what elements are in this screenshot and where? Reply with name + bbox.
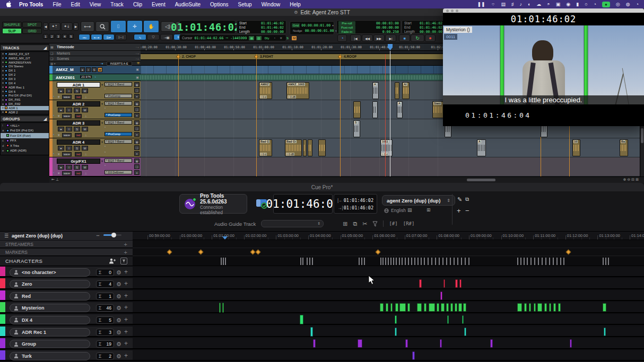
character-name-field[interactable]: <no character> — [10, 268, 90, 277]
character-row[interactable]: MysterionΣ46⚙+ — [0, 302, 133, 313]
character-cue-count[interactable]: Σ1 — [96, 293, 114, 300]
add-cue-icon[interactable]: + — [124, 340, 128, 347]
insert-eq[interactable]: * EQ3 7-Band — [105, 158, 132, 163]
menu-item-clip[interactable]: Clip — [133, 2, 142, 7]
mode-shuffle[interactable]: SHUFFLE — [2, 22, 22, 28]
cue-clip[interactable] — [459, 279, 462, 288]
funnel-icon[interactable] — [372, 221, 378, 227]
zoom-preset-1[interactable]: 1 — [43, 34, 48, 39]
cue-clip[interactable] — [464, 328, 466, 336]
cue-clip[interactable] — [222, 303, 224, 313]
track-name[interactable]: ADR 1 — [57, 82, 100, 87]
track-header-amxz601[interactable]: ◔AMXZ60123.976◔▣ — [49, 74, 141, 81]
character-cue-lane[interactable] — [133, 267, 644, 278]
mode-grid[interactable]: GRID — [22, 28, 42, 34]
track-name[interactable]: AMXZ601 — [56, 75, 75, 80]
sidebar-icon[interactable]: ▤ — [501, 2, 506, 7]
track-list-item[interactable]: DX 6 — [1, 90, 49, 94]
track-add-icon[interactable]: + — [134, 113, 140, 118]
copy-streamer-icon[interactable]: ⧉ — [353, 220, 357, 227]
audio-clip[interactable] — [395, 82, 399, 99]
playlist-selector[interactable]: red — [75, 152, 82, 156]
track-options-icon[interactable]: ▣ — [136, 75, 139, 79]
character-name-field[interactable]: Group — [10, 340, 90, 348]
track-comments-icon[interactable]: ❏ — [134, 126, 140, 131]
video-window[interactable]: 01:01:46:02 Mysterion () 0011 I was a li… — [443, 8, 644, 126]
cue-streamer-diamond[interactable] — [566, 250, 571, 255]
add-cue-icon[interactable]: + — [124, 269, 128, 276]
m-button[interactable]: M — [82, 165, 88, 170]
character-cue-count[interactable]: Σ2 — [96, 352, 114, 360]
character-cue-lane[interactable] — [133, 302, 644, 313]
battery-icon[interactable]: ▮ — [576, 2, 579, 7]
audio-clip[interactable]: AI — [402, 82, 410, 99]
character-cue-count[interactable]: Σ46 — [96, 304, 114, 312]
recue-tag-button[interactable]: [R#] — [403, 221, 415, 226]
track-name[interactable]: ADR 4 — [57, 139, 100, 145]
group-list-item[interactable]: eADR (ADR) — [1, 148, 49, 154]
group-list-item[interactable]: !<ALL> — [1, 123, 49, 128]
streamers-row[interactable]: STREAMERS+ — [0, 241, 133, 248]
track-add-icon[interactable]: + — [134, 151, 140, 156]
menu-item-audiosuite[interactable]: AudioSuite — [175, 2, 201, 7]
edit-pencil-icon[interactable]: ✎ — [457, 196, 462, 203]
s-button[interactable]: S — [92, 67, 97, 72]
streamers-lane[interactable] — [133, 241, 644, 248]
character-row[interactable]: <no character>Σ0⚙+ — [0, 267, 133, 278]
audio-clip[interactable] — [303, 139, 307, 156]
audio-clip[interactable]: S — [353, 120, 360, 137]
cue-clip[interactable] — [537, 303, 542, 312]
add-streamer-icon[interactable]: ⊞ — [343, 220, 347, 227]
zoom-in-button[interactable]: ▸ — [73, 22, 79, 31]
playlist-selector[interactable]: red — [75, 171, 82, 175]
cloud-icon[interactable]: ☁ — [536, 2, 541, 7]
audio-clip[interactable]: Ba — [620, 139, 628, 156]
play-circle-icon[interactable]: ◉ — [566, 2, 570, 7]
i-button[interactable]: I — [66, 127, 72, 131]
grid-label[interactable]: Grid — [292, 23, 300, 28]
rewind-button[interactable]: ◀◀ — [362, 34, 373, 42]
insert-dyn[interactable]: * ProComp — [105, 132, 132, 136]
record-enable-button[interactable]: ● — [58, 146, 64, 151]
add-cue-icon[interactable]: + — [124, 316, 128, 323]
record-enable-button[interactable]: ● — [58, 127, 64, 131]
character-cue-lane[interactable] — [133, 278, 644, 289]
midi-icon[interactable]: ♯ — [511, 2, 514, 7]
filter-icon[interactable] — [120, 258, 127, 264]
zoom-waveform-h-icon[interactable]: ✦⇡ — [49, 22, 60, 31]
audio-clip[interactable]: A — [477, 139, 486, 156]
insert-dyn[interactable]: * D3 DeEsser — [105, 170, 132, 174]
menu-item-help[interactable]: Help — [290, 2, 301, 7]
character-cue-count[interactable]: Σ19 — [96, 340, 114, 348]
insert-eq[interactable]: * EQ3 7-Band — [105, 139, 132, 144]
track-name-chevron-icon[interactable]: ▾ — [101, 83, 103, 86]
keystroke-icon[interactable]: ▣ — [556, 2, 561, 7]
cue-clip[interactable] — [395, 328, 397, 336]
track-name-chevron-icon[interactable]: ▾ — [101, 121, 103, 125]
zoom-waveform-v-icon[interactable]: ✦⇣ — [61, 22, 73, 31]
cue-streamer-diamond[interactable] — [250, 250, 256, 255]
audio-clip[interactable]: Bad Gi↕ 0 dB — [285, 139, 302, 156]
cue-clip[interactable] — [455, 279, 458, 288]
track-list-item[interactable]: ADR 2 — [1, 110, 49, 114]
insert-eq[interactable]: * EQ3 7-Band — [105, 101, 132, 105]
globe-icon[interactable]: ◐ — [528, 2, 530, 7]
trim-tool-icon[interactable]: ⟷ — [81, 21, 94, 32]
zoom-preset-3[interactable]: 3 — [56, 34, 61, 39]
zoom-preset-5[interactable]: 5 — [68, 34, 74, 39]
mode-spot[interactable]: SPOT — [22, 22, 42, 28]
cue-clip[interactable] — [300, 315, 303, 325]
insertion-follows-icon[interactable]: |↔| — [115, 34, 127, 40]
cue-streamer-diamond[interactable] — [256, 250, 261, 255]
track-add-icon[interactable]: + — [134, 132, 140, 137]
elastic-audio-icon[interactable]: ◔ — [53, 152, 55, 155]
mirror-midi-icon[interactable]: ∿ — [134, 34, 146, 40]
mute-button[interactable]: M — [98, 67, 102, 72]
add-streamer-button[interactable]: + — [124, 241, 127, 248]
playlist-selector[interactable]: red — [75, 95, 82, 99]
cue-clip[interactable] — [603, 303, 606, 312]
track-header-amxz-m[interactable]: ◔AMXZ_M●ISM▣ — [49, 66, 141, 74]
cue-clip[interactable] — [441, 303, 445, 312]
duplicate-icon[interactable]: ⧉ — [465, 196, 469, 202]
zoom-tool-icon[interactable] — [95, 21, 109, 32]
